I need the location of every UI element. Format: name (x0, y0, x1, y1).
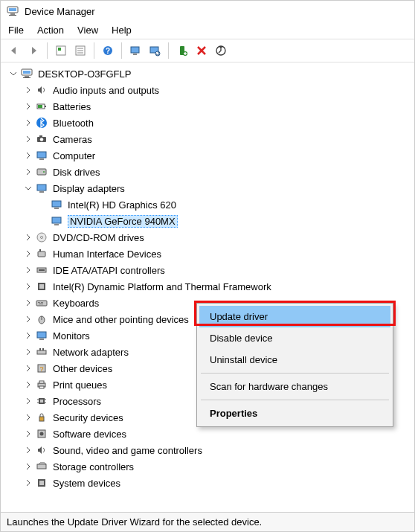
update-driver-button[interactable] (212, 42, 230, 60)
tree-category-cam[interactable]: Cameras (2, 131, 413, 147)
expand-icon[interactable] (23, 379, 33, 390)
svg-rect-52 (42, 302, 43, 303)
menu-item-uninstall-device[interactable]: Uninstall device (199, 349, 390, 371)
tree-category-sound[interactable]: Sound, video and game controllers (2, 442, 413, 458)
tree-category-batt[interactable]: Batteries (2, 98, 413, 115)
svg-point-28 (40, 138, 43, 141)
device-tree[interactable]: DESKTOP-O3FGFLP Audio inputs and outputs… (1, 63, 414, 493)
menu-item-update-driver[interactable]: Update driver (199, 306, 390, 327)
svg-rect-67 (40, 400, 43, 403)
svg-rect-49 (38, 302, 39, 303)
menu-item-properties[interactable]: Properties (199, 403, 390, 424)
expand-icon[interactable] (23, 118, 33, 128)
svg-rect-21 (25, 76, 29, 77)
expand-icon[interactable] (23, 101, 33, 112)
menu-view[interactable]: View (77, 25, 98, 36)
tree-category-swdev[interactable]: Software devices (2, 426, 413, 442)
svg-rect-32 (37, 169, 46, 175)
expand-icon[interactable] (23, 150, 33, 161)
expand-icon[interactable] (23, 281, 33, 292)
svg-rect-22 (23, 77, 30, 78)
category-label: System devices (53, 478, 120, 489)
expand-icon[interactable] (23, 298, 33, 308)
menu-item-scan-hardware[interactable]: Scan for hardware changes (199, 376, 390, 397)
tree-category-dvd[interactable]: DVD/CD-ROM drives (2, 229, 413, 246)
uninstall-button[interactable] (193, 42, 210, 60)
category-label: Processors (53, 396, 101, 407)
svg-point-41 (41, 237, 43, 239)
expand-icon[interactable] (23, 134, 33, 144)
tree-root[interactable]: DESKTOP-O3FGFLP (2, 65, 413, 82)
collapse-icon[interactable] (23, 183, 33, 193)
svg-rect-36 (52, 201, 61, 207)
category-label: Keyboards (53, 298, 99, 309)
other-icon: ? (35, 362, 48, 375)
expand-icon[interactable] (23, 478, 33, 488)
statusbar-text: Launches the Update Driver Wizard for th… (7, 516, 262, 528)
menu-help[interactable]: Help (112, 25, 132, 36)
tree-category-disp[interactable]: Display adapters (2, 180, 413, 196)
mon-icon (35, 329, 48, 342)
menu-separator (201, 373, 389, 374)
scan-changes-button[interactable] (146, 42, 164, 60)
expand-icon[interactable] (23, 85, 33, 95)
expand-icon[interactable] (23, 445, 33, 455)
expand-icon[interactable] (23, 396, 33, 406)
no-expand (38, 216, 48, 226)
scan-hardware-button[interactable] (126, 42, 144, 60)
svg-rect-2 (10, 13, 15, 15)
expand-icon[interactable] (23, 363, 33, 374)
svg-rect-51 (41, 302, 42, 303)
stor-icon (35, 460, 48, 473)
expand-icon[interactable] (23, 249, 33, 259)
tree-category-audio[interactable]: Audio inputs and outputs (2, 82, 413, 98)
menu-file[interactable]: File (8, 25, 24, 36)
svg-point-33 (43, 171, 45, 173)
tree-category-ide[interactable]: IDE ATA/ATAPI controllers (2, 262, 413, 278)
tree-category-hid[interactable]: Human Interface Devices (2, 246, 413, 262)
svg-rect-64 (39, 381, 44, 383)
properties-button[interactable] (71, 42, 89, 60)
menu-action[interactable]: Action (37, 25, 64, 36)
device-label: NVIDIA GeForce 940MX (68, 215, 178, 228)
expand-icon[interactable] (23, 232, 33, 243)
expand-icon[interactable] (23, 347, 33, 357)
help-button[interactable]: ? (99, 42, 117, 60)
statusbar: Launches the Update Driver Wizard for th… (1, 512, 414, 531)
expand-icon[interactable] (23, 314, 33, 324)
titlebar: Device Manager (1, 1, 414, 22)
svg-rect-25 (38, 105, 42, 108)
tree-category-dptf[interactable]: Intel(R) Dynamic Platform and Thermal Fr… (2, 278, 413, 295)
expand-icon[interactable] (23, 429, 33, 439)
tree-device[interactable]: NVIDIA GeForce 940MX (2, 213, 413, 229)
category-label: Other devices (53, 363, 112, 374)
menu-separator (201, 400, 389, 400)
tree-category-disk[interactable]: Disk drives (2, 164, 413, 180)
add-legacy-button[interactable] (173, 42, 191, 60)
tree-category-bt[interactable]: Bluetooth (2, 115, 413, 131)
show-hidden-button[interactable] (52, 42, 70, 60)
bt-icon (35, 116, 48, 129)
tree-category-stor[interactable]: Storage controllers (2, 458, 413, 475)
expand-icon[interactable] (23, 167, 33, 177)
svg-rect-77 (39, 481, 44, 485)
expand-icon[interactable] (23, 412, 33, 423)
tree-category-comp[interactable]: Computer (2, 147, 413, 164)
svg-rect-29 (39, 135, 42, 137)
tree-device[interactable]: Intel(R) HD Graphics 620 (2, 196, 413, 213)
expand-icon[interactable] (23, 461, 33, 472)
window-title: Device Manager (25, 6, 95, 17)
expand-icon[interactable] (23, 265, 33, 275)
menu-item-disable-device[interactable]: Disable device (199, 327, 390, 349)
svg-rect-5 (58, 48, 61, 51)
tree-category-sysdev[interactable]: System devices (2, 475, 413, 491)
hid-icon (35, 247, 48, 260)
forward-button[interactable] (25, 42, 42, 60)
expand-icon[interactable] (8, 68, 19, 79)
toolbar-separator (168, 42, 169, 59)
expand-icon[interactable] (23, 330, 33, 341)
svg-point-74 (40, 432, 44, 436)
back-button[interactable] (5, 42, 23, 60)
cpu-icon (35, 394, 48, 408)
svg-rect-47 (39, 284, 44, 289)
